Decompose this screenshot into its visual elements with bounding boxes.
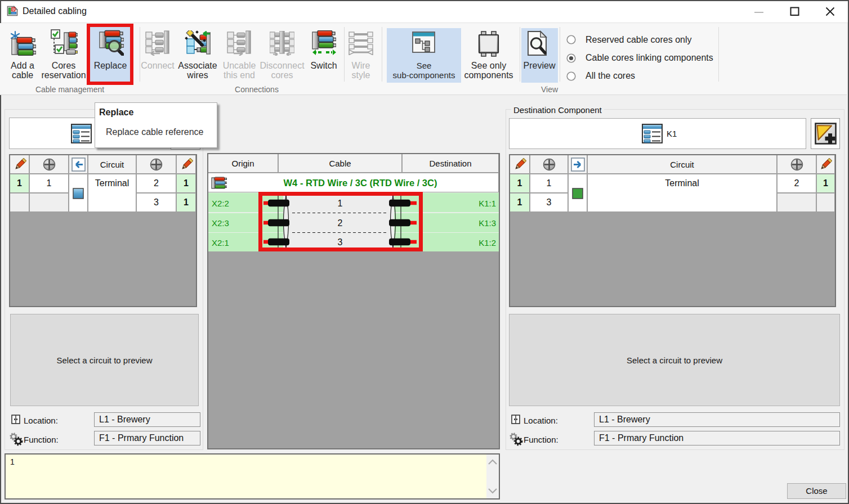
svg-text:3: 3 [338,237,343,247]
svg-text:1: 1 [338,199,343,208]
svg-text:2: 2 [338,218,343,228]
